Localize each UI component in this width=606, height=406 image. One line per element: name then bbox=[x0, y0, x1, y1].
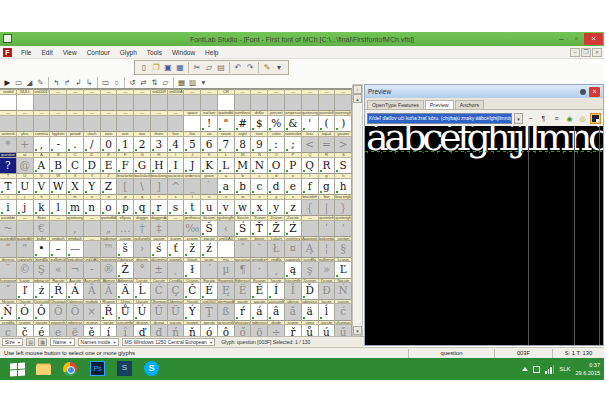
glyph-cell[interactable]: Š bbox=[201, 221, 218, 236]
glyph-cell[interactable]: ± bbox=[151, 262, 168, 277]
glyph-cell[interactable]: ç bbox=[0, 325, 17, 336]
glyph-cell[interactable]: j bbox=[17, 200, 34, 215]
glyph-cell[interactable] bbox=[335, 95, 352, 110]
glyph-cell[interactable]: Đ bbox=[319, 283, 336, 298]
glyph-cell[interactable]: ; bbox=[285, 137, 302, 152]
glyph-cell[interactable]: $ bbox=[251, 116, 268, 131]
glyph-cell[interactable]: S bbox=[335, 158, 352, 173]
menu-item-help[interactable]: Help bbox=[200, 49, 223, 56]
glyph-cell[interactable]: ˛ bbox=[168, 262, 185, 277]
glyph-cell[interactable] bbox=[50, 95, 67, 110]
glyph-cell[interactable]: Ë bbox=[235, 283, 252, 298]
skype-icon[interactable]: S bbox=[144, 361, 160, 377]
glyph-cell[interactable]: : bbox=[268, 137, 285, 152]
glyph-cell[interactable]: [ bbox=[117, 179, 134, 194]
glyph-cell[interactable]: Ô bbox=[34, 304, 51, 319]
glyph-cell[interactable]: Ł bbox=[268, 241, 285, 256]
glyph-cell[interactable]: Y bbox=[84, 179, 101, 194]
scrollbar-down-arrow[interactable]: ▾ bbox=[353, 326, 362, 335]
glyph-cell[interactable]: ” bbox=[17, 241, 34, 256]
tab-preview[interactable]: Preview bbox=[425, 100, 454, 109]
glyph-cell[interactable]: R bbox=[319, 158, 336, 173]
clock[interactable]: 0:37 29.6.2015 bbox=[576, 361, 600, 378]
glyph-cell[interactable] bbox=[302, 221, 319, 236]
glyph-cell[interactable]: • bbox=[34, 241, 51, 256]
glyph-cell[interactable]: U bbox=[17, 179, 34, 194]
glyph-cell[interactable]: v bbox=[218, 200, 235, 215]
glyph-cell[interactable]: Ć bbox=[151, 283, 168, 298]
glyph-cell[interactable]: _ bbox=[184, 179, 201, 194]
glyph-cell[interactable]: P bbox=[285, 158, 302, 173]
glyph-cell[interactable]: z bbox=[285, 200, 302, 215]
flip-h-tool-icon[interactable]: ⇄ bbox=[138, 77, 149, 88]
rotate-tool-icon[interactable]: ↺ bbox=[127, 77, 138, 88]
glyph-cell[interactable]: Č bbox=[184, 283, 201, 298]
glyph-cell[interactable]: ş bbox=[302, 262, 319, 277]
file-explorer-icon[interactable] bbox=[36, 361, 52, 377]
print-icon[interactable]: ▤ bbox=[26, 338, 35, 346]
glyph-cell[interactable]: ¸ bbox=[268, 262, 285, 277]
glyph-cell[interactable]: 8 bbox=[235, 137, 252, 152]
language-indicator[interactable]: SLK bbox=[559, 366, 570, 372]
glyph-cell[interactable]: ż bbox=[34, 283, 51, 298]
glyph-cell[interactable]: § bbox=[335, 241, 352, 256]
glyph-cell[interactable]: Á bbox=[67, 283, 84, 298]
paste-icon[interactable]: ▤ bbox=[215, 62, 227, 74]
glyph-cell[interactable]: ő bbox=[235, 325, 252, 336]
glyph-cell[interactable]: ĺ bbox=[319, 304, 336, 319]
save-all-icon[interactable]: ▦ bbox=[174, 62, 186, 74]
glyph-cell[interactable]: † bbox=[134, 221, 151, 236]
menu-item-contour[interactable]: Contour bbox=[82, 49, 115, 56]
glyph-cell[interactable]: ~ bbox=[0, 221, 17, 236]
glyph-cell[interactable] bbox=[302, 95, 319, 110]
glyph-cell[interactable]: L bbox=[218, 158, 235, 173]
glyph-cell[interactable] bbox=[0, 116, 17, 131]
glyph-cell[interactable]: » bbox=[319, 262, 336, 277]
glyph-cell[interactable]: | bbox=[319, 200, 336, 215]
glyph-cell[interactable] bbox=[67, 116, 84, 131]
glyph-cell[interactable]: î bbox=[117, 325, 134, 336]
glyph-cell[interactable]: . bbox=[67, 137, 84, 152]
glyph-cell[interactable] bbox=[251, 95, 268, 110]
glyph-cell[interactable]: < bbox=[302, 137, 319, 152]
chrome-icon[interactable] bbox=[63, 361, 79, 377]
next-sample-icon[interactable]: ◎ bbox=[577, 113, 588, 124]
glyph-cell[interactable]: ă bbox=[285, 304, 302, 319]
glyph-cell[interactable]: e bbox=[285, 179, 302, 194]
glyph-cell[interactable]: ž bbox=[184, 241, 201, 256]
show-hidden-icons-arrow[interactable] bbox=[522, 367, 528, 371]
glyph-cell[interactable]: ‰ bbox=[184, 221, 201, 236]
new-document-icon[interactable]: ▯ bbox=[138, 62, 150, 74]
encoding-dropdown[interactable]: MS Windows 1250 Central European bbox=[122, 338, 216, 346]
glyph-cell[interactable]: µ bbox=[218, 262, 235, 277]
glyph-cell[interactable]: D bbox=[84, 158, 101, 173]
glyph-cell[interactable]: Ż bbox=[117, 262, 134, 277]
glyph-cell[interactable]: 2 bbox=[134, 137, 151, 152]
glyph-cell[interactable]: Ź bbox=[285, 221, 302, 236]
menu-item-edit[interactable]: Edit bbox=[36, 49, 57, 56]
glyph-cell[interactable]: ŕ bbox=[235, 304, 252, 319]
maximize-button[interactable]: ▫ bbox=[569, 33, 584, 45]
glyph-cell[interactable] bbox=[168, 116, 185, 131]
close-button[interactable]: × bbox=[584, 33, 603, 45]
glyph-cell[interactable]: = bbox=[319, 137, 336, 152]
glyph-cell[interactable]: ¨ bbox=[0, 262, 17, 277]
tab-opentype-features[interactable]: OpenType Features bbox=[367, 100, 424, 109]
toolbar-more-icon[interactable]: ▾ bbox=[273, 62, 285, 74]
undo-icon[interactable]: ↶ bbox=[232, 62, 244, 74]
glyph-cell[interactable]: Ü bbox=[168, 304, 185, 319]
glyph-cell[interactable]: > bbox=[335, 137, 352, 152]
glyph-cell[interactable]: 6 bbox=[201, 137, 218, 152]
glyph-cell[interactable]: y bbox=[268, 200, 285, 215]
glyph-cell[interactable]: @ bbox=[17, 158, 34, 173]
glyph-cell[interactable]: ( bbox=[319, 116, 336, 131]
glyph-cell[interactable] bbox=[101, 116, 118, 131]
eraser-tool-icon[interactable]: ▭ bbox=[13, 77, 24, 88]
glyph-cell[interactable]: Ů bbox=[117, 304, 134, 319]
glyph-cell[interactable]: - bbox=[50, 137, 67, 152]
mdi-minimize-button[interactable]: – bbox=[570, 48, 580, 57]
glyph-cell[interactable] bbox=[168, 95, 185, 110]
glyph-cell[interactable]: é bbox=[34, 325, 51, 336]
glyph-cell[interactable]: á bbox=[251, 304, 268, 319]
glyph-cell[interactable]: , bbox=[34, 137, 51, 152]
